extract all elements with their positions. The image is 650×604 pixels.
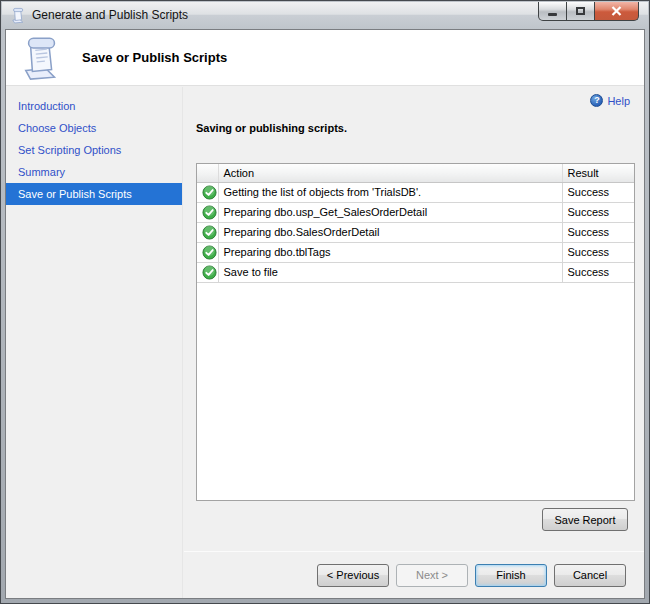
page-title: Save or Publish Scripts — [82, 30, 227, 86]
help-link[interactable]: ? Help — [590, 94, 630, 107]
icon-column-header — [197, 164, 218, 182]
script-scroll-icon — [19, 35, 65, 81]
previous-button[interactable]: < Previous — [317, 564, 389, 587]
success-check-icon — [202, 225, 217, 240]
sidebar-item-choose-objects[interactable]: Choose Objects — [6, 117, 182, 139]
minimize-icon — [548, 13, 557, 16]
table-row: Preparing dbo.SalesOrderDetailSuccess — [197, 222, 634, 242]
help-icon: ? — [590, 94, 603, 107]
result-cell: Success — [562, 242, 634, 262]
title-bar[interactable]: Generate and Publish Scripts — [2, 2, 648, 29]
result-cell: Success — [562, 262, 634, 282]
result-cell: Success — [562, 202, 634, 222]
table-row: Preparing dbo.tblTagsSuccess — [197, 242, 634, 262]
wizard-header: Save or Publish Scripts — [6, 30, 644, 86]
wizard-nav: IntroductionChoose ObjectsSet Scripting … — [6, 87, 183, 598]
success-check-icon — [202, 265, 217, 280]
status-text: Saving or publishing scripts. — [196, 122, 347, 134]
maximize-icon — [576, 7, 585, 15]
action-cell: Getting the list of objects from 'Trials… — [218, 182, 562, 202]
result-column-header[interactable]: Result — [562, 164, 634, 182]
next-button: Next > — [396, 564, 468, 587]
row-status-icon-cell — [197, 182, 218, 202]
help-label: Help — [607, 95, 630, 107]
success-check-icon — [202, 185, 217, 200]
progress-table-body: Getting the list of objects from 'Trials… — [197, 182, 634, 282]
action-cell: Preparing dbo.tblTags — [218, 242, 562, 262]
dialog-body: Save or Publish Scripts IntroductionChoo… — [5, 29, 645, 599]
window-title: Generate and Publish Scripts — [32, 2, 188, 29]
row-status-icon-cell — [197, 222, 218, 242]
success-check-icon — [202, 205, 217, 220]
table-header-row: Action Result — [197, 164, 634, 182]
result-cell: Success — [562, 182, 634, 202]
cancel-button[interactable]: Cancel — [554, 564, 626, 587]
maximize-button[interactable] — [567, 2, 594, 21]
row-status-icon-cell — [197, 262, 218, 282]
sidebar-item-introduction[interactable]: Introduction — [6, 95, 182, 117]
row-status-icon-cell — [197, 202, 218, 222]
sidebar-item-set-scripting-options[interactable]: Set Scripting Options — [6, 139, 182, 161]
sidebar-item-summary[interactable]: Summary — [6, 161, 182, 183]
script-progress-grid: Action Result Getting the list of object… — [196, 163, 635, 501]
row-status-icon-cell — [197, 242, 218, 262]
close-icon — [611, 6, 622, 16]
action-cell: Preparing dbo.usp_Get_SalesOrderDetail — [218, 202, 562, 222]
close-button[interactable] — [594, 2, 639, 21]
script-scroll-icon — [10, 7, 27, 24]
action-cell: Preparing dbo.SalesOrderDetail — [218, 222, 562, 242]
wizard-content: ? Help Saving or publishing scripts. Act… — [184, 87, 644, 598]
window-controls — [538, 2, 639, 21]
generate-and-publish-scripts-dialog: Generate and Publish Scripts Save or Pub… — [0, 0, 650, 604]
action-cell: Save to file — [218, 262, 562, 282]
table-row: Preparing dbo.usp_Get_SalesOrderDetailSu… — [197, 202, 634, 222]
sidebar-item-save-or-publish-scripts[interactable]: Save or Publish Scripts — [6, 183, 182, 205]
save-report-button[interactable]: Save Report — [542, 508, 628, 531]
table-row: Save to fileSuccess — [197, 262, 634, 282]
action-column-header[interactable]: Action — [218, 164, 562, 182]
success-check-icon — [202, 245, 217, 260]
finish-button[interactable]: Finish — [475, 564, 547, 587]
result-cell: Success — [562, 222, 634, 242]
wizard-button-bar: < Previous Next > Finish Cancel — [184, 551, 644, 598]
table-row: Getting the list of objects from 'Trials… — [197, 182, 634, 202]
minimize-button[interactable] — [538, 2, 567, 21]
